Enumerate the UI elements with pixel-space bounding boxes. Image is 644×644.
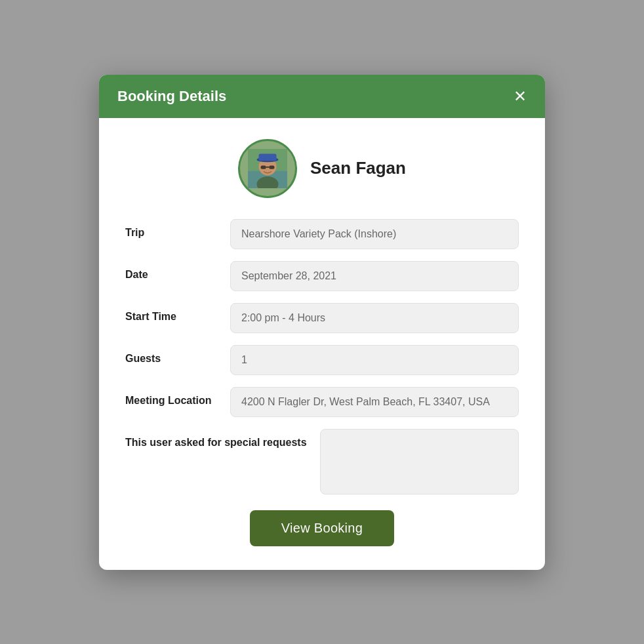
svg-rect-5 (259, 153, 277, 161)
field-label-date: Date (125, 261, 217, 282)
field-value-start_time: 2:00 pm - 4 Hours (230, 303, 519, 333)
view-booking-button[interactable]: View Booking (250, 510, 394, 546)
modal-overlay: Booking Details ✕ (0, 0, 644, 644)
avatar (238, 139, 297, 198)
field-row-date: DateSeptember 28, 2021 (125, 261, 519, 291)
field-row-guests: Guests1 (125, 345, 519, 375)
fields-container: TripNearshore Variety Pack (Inshore)Date… (125, 219, 519, 494)
user-name: Sean Fagan (310, 158, 406, 178)
svg-rect-6 (261, 165, 266, 169)
field-value-meeting_location: 4200 N Flagler Dr, West Palm Beach, FL 3… (230, 387, 519, 417)
field-value-guests: 1 (230, 345, 519, 375)
field-row-meeting_location: Meeting Location4200 N Flagler Dr, West … (125, 387, 519, 417)
booking-details-modal: Booking Details ✕ (99, 75, 545, 570)
field-label-start_time: Start Time (125, 303, 217, 324)
field-label-meeting_location: Meeting Location (125, 387, 217, 408)
modal-header: Booking Details ✕ (99, 75, 545, 118)
field-label-special_requests: This user asked for special requests (125, 429, 307, 450)
profile-section: Sean Fagan (125, 139, 519, 198)
field-row-trip: TripNearshore Variety Pack (Inshore) (125, 219, 519, 249)
field-row-special_requests: This user asked for special requests (125, 429, 519, 494)
field-value-special_requests (320, 429, 519, 494)
field-label-guests: Guests (125, 345, 217, 366)
field-value-trip: Nearshore Variety Pack (Inshore) (230, 219, 519, 249)
modal-body: Sean Fagan TripNearshore Variety Pack (I… (99, 118, 545, 570)
close-button[interactable]: ✕ (513, 89, 527, 104)
field-value-date: September 28, 2021 (230, 261, 519, 291)
modal-title: Booking Details (117, 88, 226, 105)
field-label-trip: Trip (125, 219, 217, 240)
field-row-start_time: Start Time2:00 pm - 4 Hours (125, 303, 519, 333)
svg-rect-7 (269, 165, 274, 169)
